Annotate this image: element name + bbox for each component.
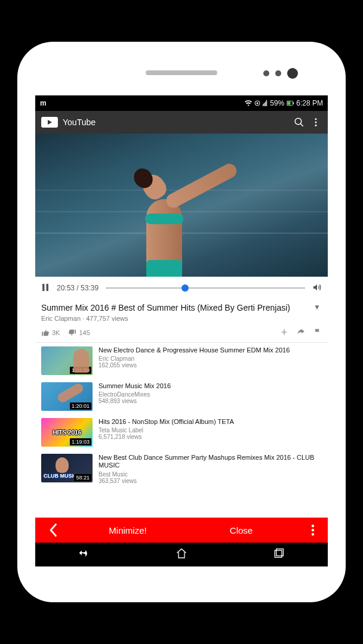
video-meta: Summer Mix 2016 # Best of Summer Hits (M… [35, 299, 328, 343]
svg-rect-20 [275, 550, 282, 558]
view-count: 6,571,218 views [99, 434, 322, 440]
svg-point-12 [315, 118, 317, 120]
android-navbar [35, 543, 328, 566]
playback-bar: 20:53 / 53:39 [35, 277, 328, 299]
close-button[interactable]: Close [184, 525, 298, 535]
dislike-button[interactable]: 145 [68, 329, 90, 337]
playback-time: 20:53 / 53:39 [57, 284, 99, 292]
flag-icon[interactable] [313, 328, 322, 338]
svg-point-0 [257, 103, 259, 104]
svg-point-10 [295, 118, 302, 125]
nav-recent-icon[interactable] [273, 547, 285, 562]
video-player[interactable] [35, 134, 328, 277]
video-title: Summer Music Mix 2016 [99, 382, 322, 391]
android-statusbar: m 59% 6:28 PM [35, 95, 328, 111]
svg-point-19 [312, 533, 314, 535]
list-item[interactable]: HITS 20161:19:03 Hits 2016 - NonStop Mix… [35, 414, 328, 450]
video-title: Hits 2016 - NonStop Mix (Official Album)… [99, 418, 322, 426]
app-title: YouTube [63, 117, 288, 127]
svg-point-13 [315, 122, 317, 123]
svg-marker-9 [48, 120, 52, 125]
video-title: Summer Mix 2016 # Best of Summer Hits (M… [41, 303, 307, 314]
channel-name: Eric Clapman [99, 355, 322, 362]
location-icon [254, 100, 260, 106]
clock: 6:28 PM [296, 99, 323, 107]
suggested-list: 1:01:50 New Electro Dance & Progressive … [35, 343, 328, 518]
signal-icon [263, 100, 267, 106]
minimize-button[interactable]: Minimize! [71, 525, 184, 535]
svg-rect-2 [263, 104, 264, 106]
view-count: 477,757 views [86, 315, 128, 322]
channel-name: Teta Music Label [99, 427, 322, 434]
channel-name: ElectroDanceMixes [99, 391, 322, 398]
video-title: New Electro Dance & Progressive House Su… [99, 346, 322, 355]
wifi-icon [245, 100, 252, 106]
screen: m 59% 6:28 PM YouTube 20:53 / 53:39 [35, 95, 328, 566]
search-icon[interactable] [293, 116, 305, 128]
video-title: New Best Club Dance Summer Party Mashups… [99, 454, 322, 470]
volume-icon[interactable] [312, 283, 322, 294]
battery-pct: 59% [270, 99, 284, 107]
back-icon[interactable] [35, 522, 71, 538]
youtube-header: YouTube [35, 111, 328, 134]
view-count: 363,537 views [99, 478, 322, 484]
svg-rect-7 [287, 102, 291, 105]
svg-point-18 [312, 529, 314, 531]
seek-slider[interactable] [106, 287, 305, 289]
more-vert-icon[interactable] [310, 116, 322, 128]
svg-rect-5 [266, 100, 267, 106]
overlay-action-bar: Minimize! Close [35, 518, 328, 543]
list-item[interactable]: 1:20:01 Summer Music Mix 2016ElectroDanc… [35, 379, 328, 414]
svg-rect-8 [293, 103, 294, 104]
view-count: 162,055 views [99, 362, 322, 369]
share-icon[interactable] [297, 328, 305, 338]
channel-name: Best Music [99, 471, 322, 478]
overlay-more-icon[interactable] [298, 524, 328, 536]
list-item[interactable]: CLUB MUSIC58:21 New Best Club Dance Summ… [35, 450, 328, 488]
view-count: 548,893 views [99, 398, 322, 404]
statusbar-app: m [40, 99, 245, 107]
svg-rect-16 [47, 284, 49, 291]
pause-icon[interactable] [41, 283, 50, 293]
video-thumbnail: 1:20:01 [41, 382, 93, 411]
battery-icon [287, 100, 294, 106]
phone-frame: m 59% 6:28 PM YouTube 20:53 / 53:39 [17, 42, 346, 602]
video-thumbnail: CLUB MUSIC58:21 [41, 454, 93, 482]
video-thumbnail: 1:01:50 [41, 346, 93, 375]
svg-rect-21 [276, 549, 284, 556]
video-thumbnail: HITS 20161:19:03 [41, 418, 93, 447]
svg-rect-15 [42, 284, 45, 291]
svg-point-14 [315, 125, 317, 126]
nav-back-icon[interactable] [78, 547, 90, 562]
add-to-icon[interactable] [280, 328, 288, 338]
nav-home-icon[interactable] [176, 547, 187, 562]
svg-rect-3 [264, 103, 264, 106]
svg-line-11 [300, 123, 303, 126]
channel-name[interactable]: Eric Clapman [41, 315, 81, 322]
list-item[interactable]: 1:01:50 New Electro Dance & Progressive … [35, 343, 328, 379]
svg-point-17 [312, 525, 314, 527]
like-button[interactable]: 3K [41, 329, 60, 337]
svg-rect-4 [265, 102, 266, 107]
expand-chevron-icon[interactable]: ▼ [312, 303, 322, 311]
youtube-logo-icon [41, 117, 58, 128]
